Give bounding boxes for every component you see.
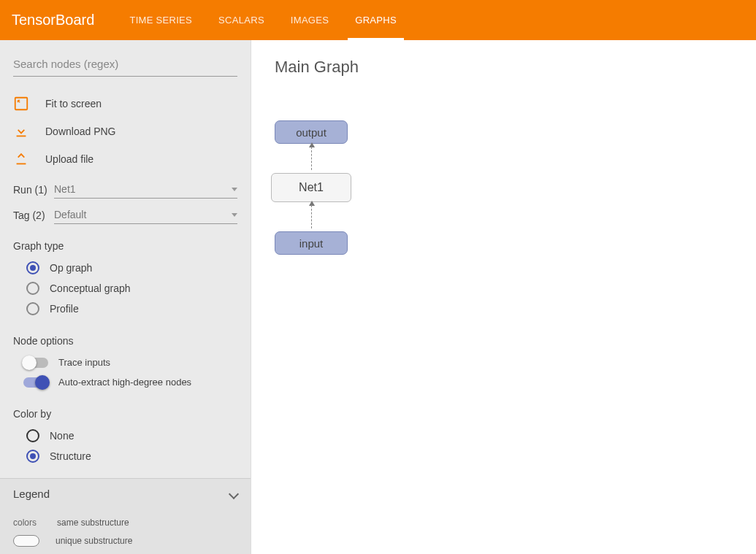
legend-header[interactable]: Legend xyxy=(0,478,251,509)
radio-color-structure[interactable]: Structure xyxy=(26,446,237,466)
radio-op-graph[interactable]: Op graph xyxy=(26,258,237,278)
legend-title: Legend xyxy=(13,488,50,500)
tag-label: Tag (2) xyxy=(13,209,54,221)
svg-rect-0 xyxy=(15,98,28,110)
legend-colors-header: colors xyxy=(13,518,57,528)
logo: TensorBoard xyxy=(12,12,94,28)
graph-edge xyxy=(311,144,312,173)
download-icon xyxy=(13,123,29,139)
caret-down-icon xyxy=(232,213,237,217)
chevron-down-icon xyxy=(229,488,239,499)
graph-node-input[interactable]: input xyxy=(275,231,348,255)
fit-to-screen-label: Fit to screen xyxy=(45,98,102,109)
tab-scalars[interactable]: SCALARS xyxy=(205,0,278,40)
legend-unique-sub: unique substructure xyxy=(56,536,132,546)
caret-down-icon xyxy=(232,188,237,191)
radio-color-structure-label: Structure xyxy=(50,450,91,462)
upload-file-label: Upload file xyxy=(45,153,93,165)
run-select-value: Net1 xyxy=(54,183,76,195)
radio-conceptual-graph-label: Conceptual graph xyxy=(50,282,131,294)
radio-color-none-label: None xyxy=(50,430,74,442)
run-label: Run (1) xyxy=(13,184,54,196)
graph-node-net1[interactable]: Net1 xyxy=(271,173,351,202)
trace-inputs-toggle[interactable] xyxy=(23,358,48,368)
upload-icon xyxy=(13,151,29,167)
fit-to-screen-button[interactable]: Fit to screen xyxy=(13,90,237,118)
graph-edge xyxy=(311,202,312,231)
page-title: Main Graph xyxy=(275,58,733,77)
sidebar-scroll[interactable]: Fit to screen Download PNG Upload file xyxy=(0,40,251,554)
radio-icon xyxy=(26,261,39,274)
tab-images[interactable]: IMAGES xyxy=(278,0,342,40)
node-options-title: Node options xyxy=(13,335,237,347)
radio-icon xyxy=(26,302,39,315)
radio-icon xyxy=(26,450,39,463)
search-input[interactable] xyxy=(13,52,237,77)
svg-rect-2 xyxy=(17,163,26,165)
radio-op-graph-label: Op graph xyxy=(50,262,92,274)
main-panel: Main Graph output Net1 input xyxy=(251,40,756,554)
tag-select-value: Default xyxy=(54,209,86,220)
graph-canvas[interactable]: output Net1 input xyxy=(275,106,733,255)
tab-graphs[interactable]: GRAPHS xyxy=(342,0,410,40)
app-header: TensorBoard TIME SERIES SCALARS IMAGES G… xyxy=(0,0,756,40)
radio-profile[interactable]: Profile xyxy=(26,299,237,319)
tag-select[interactable]: Default xyxy=(54,206,237,224)
legend-swatch-unique xyxy=(13,535,39,547)
run-select[interactable]: Net1 xyxy=(54,180,237,199)
trace-inputs-label: Trace inputs xyxy=(58,357,110,368)
radio-color-none[interactable]: None xyxy=(26,426,237,446)
sidebar: Fit to screen Download PNG Upload file xyxy=(0,40,251,554)
legend-same-sub: same substructure xyxy=(57,518,129,528)
fit-screen-icon xyxy=(13,96,29,112)
download-png-button[interactable]: Download PNG xyxy=(13,118,237,145)
header-tabs: TIME SERIES SCALARS IMAGES GRAPHS xyxy=(116,0,410,40)
auto-extract-label: Auto-extract high-degree nodes xyxy=(58,377,191,388)
radio-profile-label: Profile xyxy=(50,303,79,315)
download-png-label: Download PNG xyxy=(45,126,116,137)
legend-body: colors same substructure unique substruc… xyxy=(0,509,251,554)
radio-icon xyxy=(26,282,39,295)
radio-icon xyxy=(26,429,39,442)
svg-rect-1 xyxy=(17,136,26,137)
graph-node-output[interactable]: output xyxy=(275,120,348,144)
radio-conceptual-graph[interactable]: Conceptual graph xyxy=(26,278,237,299)
color-by-title: Color by xyxy=(13,408,237,420)
tab-time-series[interactable]: TIME SERIES xyxy=(116,0,205,40)
upload-file-button[interactable]: Upload file xyxy=(13,145,237,173)
graph-type-title: Graph type xyxy=(13,240,237,252)
auto-extract-toggle[interactable] xyxy=(23,377,48,388)
